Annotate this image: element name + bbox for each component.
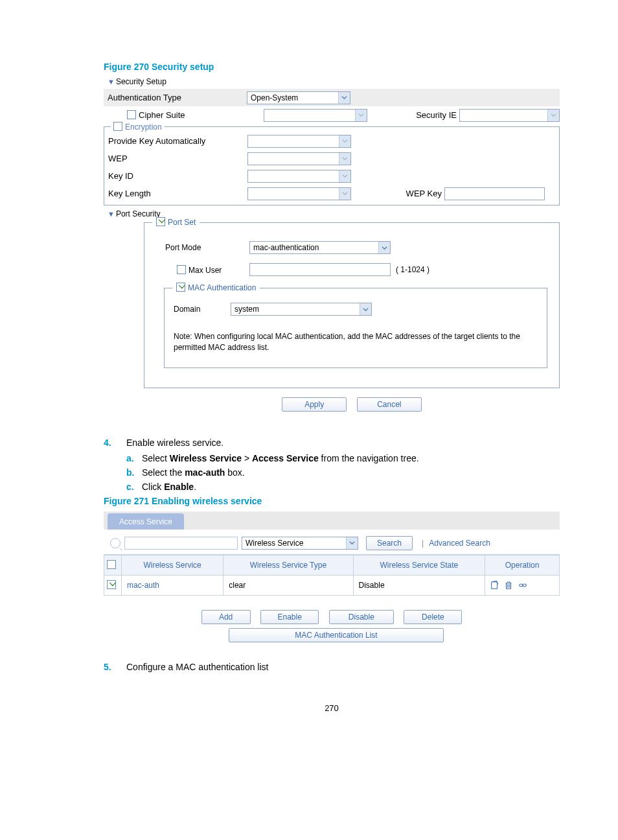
enable-button[interactable]: Enable bbox=[260, 610, 319, 624]
svg-point-3 bbox=[523, 584, 526, 587]
disable-button[interactable]: Disable bbox=[329, 610, 394, 624]
security-setup-header[interactable]: ▼Security Setup bbox=[108, 77, 560, 86]
step-4a: a. Select Wireless Service > Access Serv… bbox=[126, 453, 560, 463]
separator: | bbox=[422, 539, 424, 548]
key-id-label: Key ID bbox=[108, 171, 247, 181]
max-user-label: Max User bbox=[189, 266, 222, 275]
chevron-down-icon bbox=[338, 92, 350, 104]
provide-key-label: Provide Key Automatically bbox=[108, 136, 247, 146]
auth-type-value: Open-System bbox=[247, 92, 338, 105]
domain-value: system bbox=[231, 303, 360, 316]
port-set-checkbox[interactable] bbox=[156, 217, 165, 226]
step-4b-letter: b. bbox=[126, 467, 142, 478]
encryption-legend: Encryption bbox=[125, 122, 162, 132]
table-row: mac-auth clear Disable bbox=[104, 575, 560, 595]
max-user-checkbox[interactable] bbox=[177, 265, 186, 274]
wireless-service-type: clear bbox=[223, 575, 353, 595]
delete-icon[interactable] bbox=[504, 580, 516, 589]
wireless-service-table: Wireless Service Wireless Service Type W… bbox=[104, 555, 560, 596]
add-button[interactable]: Add bbox=[201, 610, 251, 624]
th-wireless-service-type[interactable]: Wireless Service Type bbox=[223, 555, 353, 575]
max-user-range: ( 1-1024 ) bbox=[396, 265, 429, 274]
port-set-legend: Port Set bbox=[168, 218, 196, 227]
provide-key-select[interactable] bbox=[247, 135, 351, 148]
svg-point-2 bbox=[520, 584, 523, 587]
cipher-suite-row: Cipher Suite bbox=[108, 110, 264, 120]
port-mode-value: mac-authentication bbox=[250, 242, 378, 255]
security-ie-select[interactable] bbox=[459, 109, 560, 122]
th-wireless-service[interactable]: Wireless Service bbox=[122, 555, 223, 575]
search-icon bbox=[110, 538, 120, 548]
port-set-fieldset: Port Set Port Mode mac-authentication Ma… bbox=[144, 222, 560, 388]
step-4-number: 4. bbox=[104, 438, 126, 448]
tab-access-service[interactable]: Access Service bbox=[108, 513, 184, 530]
search-field-select[interactable]: Wireless Service bbox=[242, 537, 358, 550]
chevron-down-icon bbox=[339, 135, 350, 147]
key-length-select[interactable] bbox=[247, 187, 351, 200]
step-5-number: 5. bbox=[104, 662, 126, 672]
wep-key-input[interactable] bbox=[444, 187, 545, 200]
mac-auth-checkbox[interactable] bbox=[176, 283, 185, 292]
row-checkbox[interactable] bbox=[107, 580, 116, 589]
delete-button[interactable]: Delete bbox=[404, 610, 462, 624]
encryption-checkbox[interactable] bbox=[113, 122, 122, 131]
page-number: 270 bbox=[104, 703, 560, 713]
th-wireless-service-state[interactable]: Wireless Service State bbox=[353, 555, 485, 575]
mac-authentication-fieldset: MAC Authentication Domain system Note: W… bbox=[164, 288, 547, 368]
cipher-suite-select[interactable] bbox=[264, 109, 367, 122]
step-5: 5. Configure a MAC authentication list bbox=[104, 662, 560, 672]
step-4c-letter: c. bbox=[126, 482, 142, 492]
security-setup-label: Security Setup bbox=[116, 77, 166, 86]
cipher-suite-checkbox[interactable] bbox=[127, 110, 136, 119]
key-length-label: Key Length bbox=[108, 189, 247, 198]
security-ie-label: Security IE bbox=[412, 110, 459, 120]
chevron-down-icon bbox=[547, 110, 559, 121]
chevron-down-icon bbox=[339, 170, 350, 182]
chevron-down-icon bbox=[346, 537, 358, 549]
cipher-suite-label: Cipher Suite bbox=[139, 110, 185, 120]
port-mode-select[interactable]: mac-authentication bbox=[249, 241, 391, 254]
auth-type-select[interactable]: Open-System bbox=[247, 91, 350, 104]
svg-rect-0 bbox=[492, 582, 498, 589]
mac-auth-list-button[interactable]: MAC Authentication List bbox=[229, 628, 444, 642]
collapse-triangle-icon: ▼ bbox=[108, 210, 115, 218]
wep-label: WEP bbox=[108, 154, 247, 163]
search-input[interactable] bbox=[124, 537, 238, 550]
chevron-down-icon bbox=[339, 188, 350, 200]
encryption-fieldset: Encryption Provide Key Automatically WEP… bbox=[104, 126, 560, 205]
step-4c: c. Click Enable. bbox=[126, 482, 560, 492]
chevron-down-icon bbox=[360, 303, 371, 315]
advanced-search-link[interactable]: Advanced Search bbox=[429, 539, 490, 548]
figure-271-caption: Figure 271 Enabling wireless service bbox=[104, 496, 560, 506]
step-4-text: Enable wireless service. bbox=[126, 438, 223, 448]
wep-key-label: WEP Key bbox=[396, 189, 444, 198]
apply-button[interactable]: Apply bbox=[282, 397, 347, 412]
link-icon[interactable] bbox=[518, 580, 530, 589]
wep-select[interactable] bbox=[247, 152, 351, 165]
domain-select[interactable]: system bbox=[231, 303, 372, 316]
chevron-down-icon bbox=[339, 153, 350, 165]
th-operation: Operation bbox=[485, 555, 560, 575]
search-field-value: Wireless Service bbox=[242, 537, 346, 550]
port-mode-label: Port Mode bbox=[165, 243, 249, 252]
select-all-checkbox[interactable] bbox=[107, 560, 116, 569]
search-button[interactable]: Search bbox=[366, 536, 413, 550]
max-user-input[interactable] bbox=[249, 263, 391, 276]
step-4b: b. Select the mac-auth box. bbox=[126, 467, 560, 478]
cancel-button[interactable]: Cancel bbox=[357, 397, 422, 412]
step-4a-letter: a. bbox=[126, 453, 142, 463]
wireless-service-state: Disable bbox=[353, 575, 485, 595]
domain-label: Domain bbox=[174, 305, 231, 314]
wireless-service-link[interactable]: mac-auth bbox=[122, 575, 223, 595]
collapse-triangle-icon: ▼ bbox=[108, 78, 115, 86]
mac-note: Note: When configuring local MAC authent… bbox=[174, 331, 538, 353]
step-4: 4. Enable wireless service. bbox=[104, 438, 560, 448]
chevron-down-icon bbox=[355, 110, 367, 121]
figure-270-caption: Figure 270 Security setup bbox=[104, 62, 560, 72]
mac-auth-legend: MAC Authentication bbox=[188, 283, 256, 292]
key-id-select[interactable] bbox=[247, 170, 351, 183]
tab-bar: Access Service bbox=[104, 511, 560, 530]
edit-icon[interactable] bbox=[490, 580, 502, 589]
step-5-text: Configure a MAC authentication list bbox=[126, 662, 268, 672]
chevron-down-icon bbox=[378, 242, 390, 253]
